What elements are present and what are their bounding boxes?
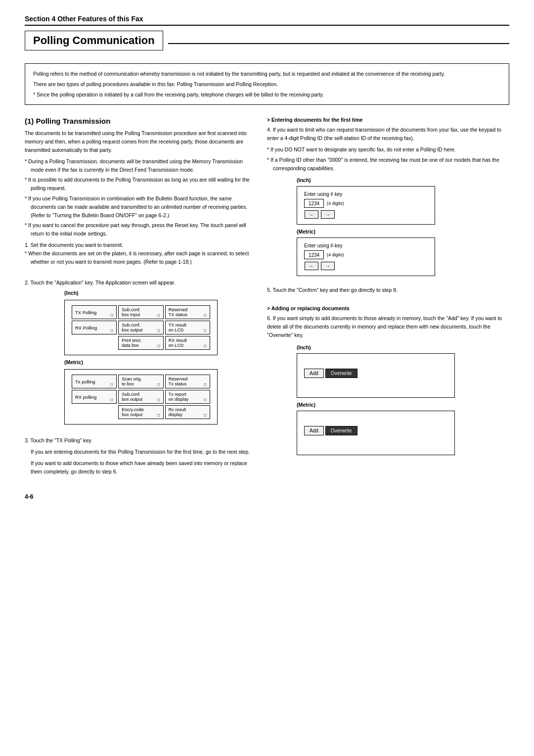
panel-inch-label-left: (Inch)	[64, 290, 252, 296]
bullet-3: If you use Polling Transmission in combi…	[25, 194, 252, 219]
step2: 2. Touch the "Application" key. The Appl…	[25, 279, 252, 287]
inch-btn-reserved[interactable]: ReservedTX status◻	[165, 305, 210, 319]
inch-btn-tx-result[interactable]: TX resulton LCD◻	[165, 321, 210, 334]
intro-line-2: There are two types of polling procedure…	[33, 80, 501, 89]
step4-bullet-2: If a Polling ID other than "0000" is ent…	[267, 156, 509, 173]
add-overwrite-inch-label: (Inch)	[297, 344, 509, 350]
metric-btn-encry-code[interactable]: Encry.codebox output◻	[118, 405, 163, 419]
inch-btn-empty	[72, 336, 117, 350]
inch-left-arrow[interactable]: ←	[305, 210, 318, 219]
right-column: > Entering documents for the first time …	[267, 117, 509, 478]
section-title: (1) Polling Transmission	[25, 117, 252, 125]
metric-digits-label: (4 digits)	[327, 252, 344, 257]
step1-sub: * When the documents are set on the plat…	[25, 249, 252, 266]
metric-input-box[interactable]: 1234	[304, 250, 324, 259]
step3-body1: If you are entering documents for this P…	[25, 448, 252, 456]
inch-digits-label: (4 digits)	[327, 201, 344, 206]
enter-using-hash-label-inch: Enter using # key	[304, 191, 428, 197]
page-title: Polling Communication	[33, 34, 155, 47]
body-text-1: The documents to be transmitted using th…	[25, 129, 252, 154]
step4: 4. If you want to limit who can request …	[267, 126, 509, 142]
bullet-list: During a Polling Transmission, documents…	[25, 157, 252, 238]
inch-btn-rx-result[interactable]: RX resulton LCD◻	[165, 336, 210, 350]
metric-btn-empty	[72, 405, 117, 419]
left-column: (1) Polling Transmission The documents t…	[25, 117, 252, 478]
section-header: Section 4 Other Features of this Fax	[25, 15, 509, 26]
intro-box: Polling refers to the method of communic…	[25, 63, 509, 105]
add-overwrite-inch-box: Add Overwrite	[297, 353, 455, 398]
inch-input-box[interactable]: 1234	[304, 199, 324, 208]
enter-using-hash-label-metric: Enter using #-key	[304, 243, 428, 248]
add-overwrite-metric-box: Add Overwrite	[297, 411, 455, 455]
add-button-inch[interactable]: Add	[304, 369, 324, 378]
page-number: 4-6	[25, 493, 509, 500]
step3: 3. Touch the "TX Polling" key.	[25, 436, 252, 445]
metric-btn-reserved[interactable]: ReservedTx status◻	[165, 375, 210, 388]
step4-bullet-1: If you DO NOT want to designate any spec…	[267, 145, 509, 154]
overwrite-button-metric[interactable]: Overwrite	[325, 426, 357, 435]
metric-right-arrow[interactable]: →	[321, 262, 335, 270]
step1: 1. Set the documents you want to transmi…	[25, 241, 252, 266]
metric-btn-scan-orig[interactable]: Scan orig.to box◻	[118, 375, 163, 388]
right-metric-label: (Metric)	[297, 229, 509, 235]
metric-ui-panel: Tx polling◻ Scan orig.to box◻ ReservedTx…	[64, 369, 218, 425]
bullet-4: If you want to cancel the procedure part…	[25, 221, 252, 238]
inch-btn-subconf-input[interactable]: Sub.conf.box Input◻	[118, 305, 163, 319]
step6: 6. If you want simply to add documents t…	[267, 314, 509, 339]
right-inch-panel: Enter using # key 1234 (4 digits) ← →	[297, 186, 435, 225]
entering-header: > Entering documents for the first time	[267, 117, 509, 123]
metric-btn-tx-report[interactable]: Tx reporton display◻	[165, 390, 210, 404]
overwrite-button-inch[interactable]: Overwrite	[325, 369, 357, 378]
panel-metric-label-left: (Metric)	[64, 359, 252, 365]
inch-right-arrow[interactable]: →	[321, 210, 335, 219]
bullet-2: It is possible to add documents to the P…	[25, 176, 252, 192]
metric-btn-rx-result[interactable]: Rx resultdisplay◻	[165, 405, 210, 419]
intro-line-1: Polling refers to the method of communic…	[33, 70, 501, 78]
step4-bullets: If you DO NOT want to designate any spec…	[267, 145, 509, 172]
inch-btn-print-encr[interactable]: Print encr.data box◻	[118, 336, 163, 350]
inch-btn-rx-polling[interactable]: RX Polling◻	[72, 321, 117, 334]
metric-btn-subconf-output[interactable]: Sub.conf.box output◻	[118, 390, 163, 404]
page-title-box: Polling Communication	[25, 31, 163, 50]
intro-line-3: * Since the polling operation is initiat…	[33, 91, 501, 99]
metric-btn-tx-polling[interactable]: Tx polling◻	[72, 375, 117, 388]
right-inch-label: (Inch)	[297, 177, 509, 183]
right-metric-panel: Enter using #-key 1234 (4 digits) ← →	[297, 237, 435, 276]
bullet-1: During a Polling Transmission, documents…	[25, 157, 252, 174]
inch-ui-panel: TX Polling◻ Sub.conf.box Input◻ Reserved…	[64, 300, 218, 355]
add-button-metric[interactable]: Add	[304, 426, 324, 435]
add-overwrite-metric-label: (Metric)	[297, 402, 509, 408]
inch-btn-subconf-output[interactable]: Sub.conf.box output◻	[118, 321, 163, 334]
adding-header: > Adding or replacing documents	[267, 305, 509, 311]
step5: 5. Touch the "Confirm" key and then go d…	[267, 286, 509, 294]
metric-btn-rx-polling[interactable]: RX polling◻	[72, 390, 117, 404]
step3-body2: If you want to add documents to those wh…	[25, 459, 252, 476]
metric-left-arrow[interactable]: ←	[305, 262, 318, 270]
inch-btn-tx-polling[interactable]: TX Polling◻	[72, 305, 117, 319]
